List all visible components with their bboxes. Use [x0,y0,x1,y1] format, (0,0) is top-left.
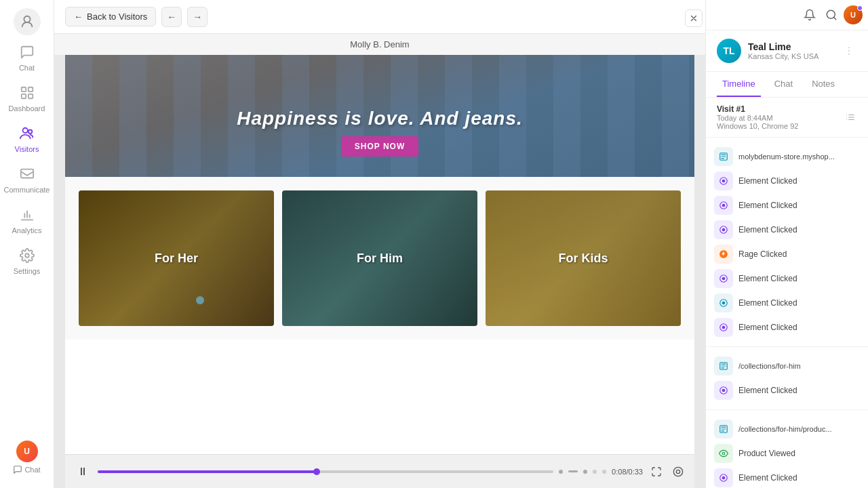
back-arrow-icon: ← [74,12,83,22]
time-display: 0:08/0:33 [612,468,643,476]
site-label: Molly B. Denim [54,34,705,55]
bottom-chat-btn[interactable]: Chat [13,465,40,474]
navigate-back-button[interactable]: ← [161,7,182,27]
visitors-icon [20,126,35,142]
event-text: Element Clicked [738,323,860,332]
svg-point-6 [28,130,32,134]
svg-point-40 [722,476,726,480]
page-icon [714,147,733,166]
visitor-info: TL Teal Lime Kansas City, KS USA [717,39,818,63]
svg-point-12 [848,47,849,48]
timeline-event: Element Clicked [714,466,860,488]
pause-button[interactable]: ⏸ [73,462,92,481]
visit-number: Visit #1 [717,104,798,114]
timeline-event: Element Clicked [714,291,860,315]
svg-point-25 [722,204,726,207]
sidebar-item-visitors[interactable]: Visitors [0,119,54,160]
pause-icon: ⏸ [77,466,88,478]
navigate-forward-button[interactable]: → [187,7,208,27]
marker-dot-4 [593,470,597,474]
product-label-him: For Him [357,251,403,266]
user-avatar-top[interactable]: U [844,5,863,24]
event-text-product-view: Product Viewed [738,449,860,458]
tab-timeline[interactable]: Timeline [717,72,761,97]
progress-bar[interactable] [98,470,553,473]
svg-rect-4 [28,94,32,98]
svg-point-10 [676,470,679,473]
timeline-event-page-2: /collections/for-him [714,354,860,378]
visitor-details: Teal Lime Kansas City, KS USA [748,41,818,60]
svg-point-13 [848,50,849,51]
playback-settings-button[interactable] [670,464,686,480]
click-icon [714,269,733,288]
search-icon[interactable] [822,5,841,24]
progress-thumb [313,468,320,475]
hero-text: Happiness is love. And jeans. SHOP NOW [237,108,523,177]
marker-dot-3 [583,470,587,474]
click-icon [714,318,733,337]
timeline-event: Element Clicked [714,218,860,242]
tab-notes[interactable]: Notes [806,72,840,97]
sidebar-item-dashboard[interactable]: Dashboard [0,79,54,119]
communicate-icon [20,167,35,183]
panel-tabs: Timeline Chat Notes [706,72,868,98]
svg-point-27 [722,228,726,232]
fullscreen-button[interactable] [648,464,665,480]
timeline-event-rage: Rage Clicked [714,242,860,266]
click-icon [714,293,733,312]
timeline-event: Element Clicked [714,169,860,193]
timeline-event: Element Clicked [714,315,860,340]
event-url-3: /collections/for-him/produc... [738,425,832,433]
svg-rect-7 [20,169,33,178]
panel-top-actions: U [706,0,868,30]
page-icon-2 [714,357,733,375]
product-card-him[interactable]: For Him [282,190,477,326]
sidebar-item-communicate[interactable]: Communicate [0,160,54,201]
main-content: ← Back to Visitors ← → Molly B. Denim Ha… [54,0,705,488]
rage-icon [714,245,733,264]
click-icon [714,468,733,487]
timeline-event-page-3: /collections/for-him/produc... [714,417,860,441]
sidebar-bottom: U Chat [13,441,40,480]
chat-bubble-icon [20,45,35,61]
svg-point-36 [722,389,726,392]
svg-point-38 [722,452,725,455]
product-card-kids[interactable]: For Kids [486,190,681,326]
timeline-event: Element Clicked [714,266,860,291]
sidebar-item-settings[interactable]: Settings [0,241,54,282]
event-url-1: molybdenum-store.myshop... [738,152,835,161]
event-text: Element Clicked [738,225,860,235]
event-text-rage: Rage Clicked [738,249,860,259]
filter-button[interactable] [844,110,857,124]
analytics-icon [20,207,35,224]
sidebar-item-chat[interactable]: Chat [0,38,54,79]
settings-icon [20,248,35,264]
click-icon [714,381,733,400]
tab-chat[interactable]: Chat [769,72,798,97]
visitor-header: TL Teal Lime Kansas City, KS USA [706,30,868,72]
video-container: Molly B. Denim Happiness is love. And je… [54,34,705,488]
timeline-group-3: /collections/for-him/produc... Product V… [706,410,868,488]
hero-title: Happiness is love. And jeans. [237,108,523,129]
event-text: Element Clicked [738,386,860,395]
svg-point-9 [673,467,682,476]
notification-bell-icon[interactable] [800,5,819,24]
more-options-button[interactable] [841,43,857,59]
event-text: Element Clicked [738,298,860,308]
timeline-event: Element Clicked [714,378,860,403]
user-avatar-sidebar[interactable]: U [16,441,38,462]
marker-dot-1 [559,470,563,474]
shop-now-button[interactable]: SHOP NOW [341,136,418,157]
sidebar-item-analytics[interactable]: Analytics [0,201,54,241]
click-icon [714,171,733,190]
svg-point-29 [722,277,726,281]
back-to-visitors-button[interactable]: ← Back to Visitors [65,7,156,26]
marker-dot-2 [568,470,578,472]
product-card-her[interactable]: For Her [79,190,274,326]
chevron-left-icon: ← [167,12,176,22]
progress-markers [559,470,606,474]
event-text: Element Clicked [738,274,860,283]
timeline-group-1: molybdenum-store.myshop... Element Click… [706,138,868,347]
hero-section: Happiness is love. And jeans. SHOP NOW [65,55,694,177]
timeline-event: Element Clicked [714,193,860,218]
